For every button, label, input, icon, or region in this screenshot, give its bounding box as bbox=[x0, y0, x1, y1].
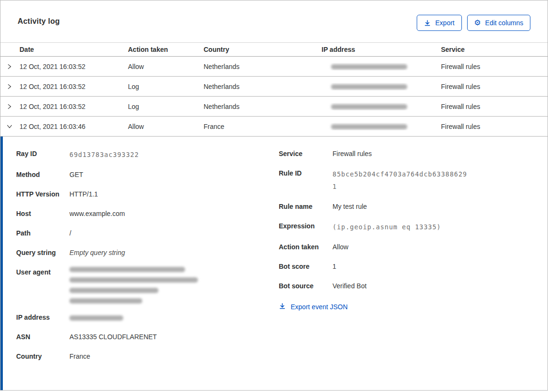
detail-value: Firewall rules bbox=[333, 148, 372, 159]
edit-columns-button-label: Edit columns bbox=[485, 19, 523, 27]
detail-row: Rule ID 85bce5b204cf4703a764dcb633886291 bbox=[279, 168, 548, 193]
row-service: Firewall rules bbox=[441, 63, 548, 70]
detail-value: (ip.geoip.asnum eq 13335) bbox=[333, 221, 441, 233]
row-ip-address bbox=[322, 63, 441, 70]
row-date: 12 Oct, 2021 16:03:52 bbox=[20, 103, 128, 110]
detail-label: Path bbox=[16, 228, 69, 239]
detail-label: Ray ID bbox=[16, 148, 69, 161]
detail-label: IP address bbox=[16, 312, 69, 323]
row-country: France bbox=[204, 123, 322, 130]
detail-row: IP address bbox=[16, 312, 279, 323]
redacted-text bbox=[69, 298, 142, 304]
detail-label: HTTP Version bbox=[16, 189, 69, 200]
row-service: Firewall rules bbox=[441, 83, 548, 90]
chevron-right-icon[interactable] bbox=[0, 103, 20, 110]
detail-value: Empty query string bbox=[69, 247, 125, 258]
detail-value: Verified Bot bbox=[333, 281, 367, 292]
redacted-text bbox=[69, 288, 158, 293]
detail-label: ASN bbox=[16, 332, 69, 343]
redacted-ip bbox=[331, 64, 407, 69]
table-row[interactable]: 12 Oct, 2021 16:03:46 Allow France Firew… bbox=[0, 117, 548, 137]
table-row[interactable]: 12 Oct, 2021 16:03:52 Log Netherlands Fi… bbox=[0, 97, 548, 117]
detail-row: ASN AS13335 CLOUDFLARENET bbox=[16, 332, 279, 343]
detail-label: Method bbox=[16, 169, 69, 180]
detail-row: Rule name My test rule bbox=[279, 201, 548, 212]
detail-row: Bot source Verified Bot bbox=[279, 281, 548, 292]
row-date: 12 Oct, 2021 16:03:52 bbox=[20, 63, 128, 70]
export-event-json-label: Export event JSON bbox=[291, 303, 348, 311]
detail-label: Host bbox=[16, 208, 69, 219]
row-ip-address bbox=[322, 103, 441, 110]
detail-value: My test rule bbox=[333, 201, 367, 212]
detail-right-column: Service Firewall rules Rule ID 85bce5b20… bbox=[279, 148, 548, 390]
detail-value: France bbox=[69, 351, 90, 362]
column-header-service: Service bbox=[441, 46, 548, 53]
detail-row: Bot score 1 bbox=[279, 261, 548, 272]
row-country: Netherlands bbox=[204, 103, 322, 110]
redacted-ip bbox=[69, 315, 123, 321]
detail-row: Service Firewall rules bbox=[279, 148, 548, 159]
redacted-ip bbox=[331, 104, 407, 109]
redacted-text bbox=[69, 267, 185, 272]
detail-label: Rule name bbox=[279, 201, 333, 212]
download-icon bbox=[424, 20, 431, 27]
detail-left-column: Ray ID 69d13783ac393322 Method GET HTTP … bbox=[16, 148, 279, 390]
edit-columns-button[interactable]: ⚙ Edit columns bbox=[467, 15, 531, 31]
row-date: 12 Oct, 2021 16:03:46 bbox=[20, 123, 128, 130]
detail-value: AS13335 CLOUDFLARENET bbox=[69, 332, 157, 343]
toolbar-actions: Export ⚙ Edit columns bbox=[417, 15, 530, 31]
detail-value: / bbox=[69, 228, 71, 239]
redacted-text bbox=[69, 277, 198, 283]
row-ip-address bbox=[322, 83, 441, 90]
detail-value: 85bce5b204cf4703a764dcb633886291 bbox=[333, 168, 469, 193]
row-country: Netherlands bbox=[204, 63, 322, 70]
table-row[interactable]: 12 Oct, 2021 16:03:52 Log Netherlands Fi… bbox=[0, 77, 548, 97]
activity-table: Date Action taken Country IP address Ser… bbox=[0, 42, 548, 137]
detail-row: Host www.example.com bbox=[16, 208, 279, 219]
detail-row: Action taken Allow bbox=[279, 242, 548, 253]
detail-value: GET bbox=[69, 169, 83, 180]
activity-log-page: Activity log Export ⚙ Edit columns Date … bbox=[0, 0, 548, 391]
column-header-ip-address: IP address bbox=[322, 46, 441, 53]
column-header-action-taken: Action taken bbox=[128, 46, 204, 53]
detail-row: Query string Empty query string bbox=[16, 247, 279, 258]
detail-label: Bot source bbox=[279, 281, 333, 292]
row-service: Firewall rules bbox=[441, 123, 548, 130]
detail-label: Country bbox=[16, 351, 69, 362]
redacted-ip bbox=[331, 124, 407, 129]
detail-value bbox=[69, 312, 123, 323]
detail-label: Query string bbox=[16, 247, 69, 258]
detail-value: HTTP/1.1 bbox=[69, 189, 98, 200]
row-service: Firewall rules bbox=[441, 103, 548, 110]
export-button[interactable]: Export bbox=[417, 15, 461, 31]
detail-row: Method GET bbox=[16, 169, 279, 180]
row-action-taken: Log bbox=[128, 83, 204, 90]
detail-label: Expression bbox=[279, 221, 333, 233]
chevron-right-icon[interactable] bbox=[0, 63, 20, 70]
row-action-taken: Log bbox=[128, 103, 204, 110]
detail-label: User agent bbox=[16, 267, 69, 304]
detail-row: HTTP Version HTTP/1.1 bbox=[16, 189, 279, 200]
detail-row: User agent bbox=[16, 267, 279, 304]
column-header-country: Country bbox=[204, 46, 322, 53]
table-header-row: Date Action taken Country IP address Ser… bbox=[0, 42, 548, 57]
row-ip-address bbox=[322, 123, 441, 130]
download-icon bbox=[279, 303, 286, 311]
chevron-right-icon[interactable] bbox=[0, 83, 20, 90]
export-button-label: Export bbox=[435, 19, 454, 27]
detail-label: Service bbox=[279, 148, 333, 159]
table-body: 12 Oct, 2021 16:03:52 Allow Netherlands … bbox=[0, 57, 548, 137]
export-event-json-link[interactable]: Export event JSON bbox=[279, 303, 348, 311]
row-date: 12 Oct, 2021 16:03:52 bbox=[20, 83, 128, 90]
table-row[interactable]: 12 Oct, 2021 16:03:52 Allow Netherlands … bbox=[0, 57, 548, 77]
column-header-date: Date bbox=[20, 46, 128, 53]
row-country: Netherlands bbox=[204, 83, 322, 90]
event-detail-panel: Ray ID 69d13783ac393322 Method GET HTTP … bbox=[0, 137, 548, 390]
detail-row: Ray ID 69d13783ac393322 bbox=[16, 148, 279, 161]
detail-value: 69d13783ac393322 bbox=[69, 148, 139, 161]
gear-icon: ⚙ bbox=[474, 19, 481, 27]
detail-value bbox=[69, 267, 198, 304]
detail-row: Expression (ip.geoip.asnum eq 13335) bbox=[279, 221, 548, 233]
chevron-down-icon[interactable] bbox=[0, 123, 20, 130]
detail-label: Rule ID bbox=[279, 168, 333, 193]
